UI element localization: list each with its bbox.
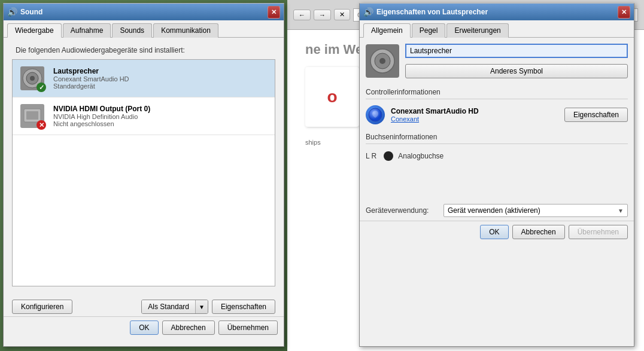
sound-cancel-btn[interactable]: Abbrechen [162,321,215,335]
props-footer: OK Abbrechen Übernehmen [360,221,634,243]
device-info-2: NVIDIA HDMI Output (Port 0) NVIDIA High … [53,105,150,127]
device-sub-2: NVIDIA High Definition Audio [53,113,150,120]
as-default-main[interactable]: Als Standard [142,300,195,313]
sound-ok-btn[interactable]: OK [130,321,158,335]
sound-footer: OK Abbrechen Übernehmen [4,316,284,338]
device-usage-label: Geräteverwendung: [366,206,438,215]
props-dialog: 🔊 Eigenschaften von Lautsprecher ✕ Allge… [359,3,634,347]
device-usage-value: Gerät verwenden (aktivieren) [448,206,618,215]
as-default-split[interactable]: Als Standard ▼ [141,300,208,314]
device-name-col: Anderes Symbol [405,44,628,78]
sound-action-row: Konfigurieren Als Standard ▼ Eigenschaft… [4,297,284,316]
browser-fwd-btn[interactable]: → [314,10,331,20]
jack-dot [384,151,393,161]
controller-info: Conexant SmartAudio HD Conexant [391,107,558,123]
device-usage-select[interactable]: Gerät verwenden (aktivieren) ▼ [443,204,628,217]
props-cancel-btn[interactable]: Abbrechen [512,225,565,239]
speaker-large-icon [366,44,399,78]
device-status-1: Standardgerät [53,83,129,90]
props-tab-bar: Allgemein Pegel Erweiterungen [360,20,634,38]
controller-section-header: Controllerinformationen [366,84,628,99]
device-icon-speaker: ✓ [19,65,46,92]
props-title-icon: 🔊 [363,7,373,17]
controller-row: Conexant SmartAudio HD Conexant Eigensch… [360,103,634,127]
sound-dialog-titlebar: 🔊 Sound ✕ [4,4,284,20]
device-list: ✓ Lautsprecher Conexant SmartAudio HD St… [12,59,275,286]
props-ok-btn[interactable]: OK [480,225,508,239]
props-dialog-title: Eigenschaften von Lautsprecher [376,8,616,16]
browser-stop-btn[interactable]: ✕ [334,9,350,20]
tab-aufnahme[interactable]: Aufnahme [63,23,111,38]
device-sub-1: Conexant SmartAudio HD [53,75,129,83]
sound-desc-text: Die folgenden Audiowiedergabegeräte sind… [16,46,272,54]
bg-tile-1: o [305,67,359,127]
props-close-btn[interactable]: ✕ [618,6,630,19]
controller-icon [366,105,385,124]
svg-point-7 [379,58,385,64]
jack-lr-label: L R [366,152,376,160]
controller-props-btn[interactable]: Eigenschaften [564,108,628,122]
tab-kommunikation[interactable]: Kommunikation [153,23,218,38]
device-usage-row: Geräteverwendung: Gerät verwenden (aktiv… [360,200,634,221]
browser-back-btn[interactable]: ← [293,10,311,20]
device-name-input[interactable] [405,44,628,58]
tab-wiedergabe[interactable]: Wiedergabe [7,23,62,38]
sound-title-icon: 🔊 [7,7,17,17]
other-symbol-btn[interactable]: Anderes Symbol [405,64,628,78]
tab-pegel[interactable]: Pegel [412,23,446,38]
sound-dialog: 🔊 Sound ✕ Wiedergabe Aufnahme Sounds Kom… [3,3,284,347]
device-name-row: Anderes Symbol [366,44,628,78]
tab-erweiterungen[interactable]: Erweiterungen [446,23,508,38]
as-default-arrow[interactable]: ▼ [195,300,208,313]
props-spacer [360,164,634,200]
jack-row: L R Analogbuchse [360,148,634,164]
sound-properties-btn[interactable]: Eigenschaften [212,300,275,314]
controller-svg [368,108,382,122]
jack-section-header: Buchseninformationen [366,129,628,144]
speaker-large-svg [368,47,397,75]
svg-point-2 [30,76,35,81]
sound-apply-btn[interactable]: Übernehmen [218,321,278,335]
sound-dialog-body: Die folgenden Audiowiedergabegeräte sind… [4,38,284,297]
status-badge-red: ✕ [37,120,46,130]
svg-rect-4 [26,111,38,120]
tab-sounds[interactable]: Sounds [112,23,152,38]
controller-name: Conexant SmartAudio HD [391,107,558,115]
device-item-lautsprecher[interactable]: ✓ Lautsprecher Conexant SmartAudio HD St… [13,60,275,97]
props-apply-btn[interactable]: Übernehmen [569,225,628,239]
status-badge-green: ✓ [37,83,46,92]
device-status-2: Nicht angeschlossen [53,120,150,127]
props-dialog-titlebar: 🔊 Eigenschaften von Lautsprecher ✕ [360,4,634,20]
jack-name: Analogbuchse [398,152,443,160]
configure-btn[interactable]: Konfigurieren [12,300,72,314]
device-name-2: NVIDIA HDMI Output (Port 0) [53,105,150,113]
sound-close-btn[interactable]: ✕ [268,6,280,19]
controller-link[interactable]: Conexant [391,115,558,123]
device-icon-nvidia: ✕ [19,102,46,130]
tab-allgemein[interactable]: Allgemein [363,23,411,38]
device-info-1: Lautsprecher Conexant SmartAudio HD Stan… [53,67,129,90]
sound-tab-bar: Wiedergabe Aufnahme Sounds Kommunikation [4,20,284,38]
device-item-nvidia[interactable]: ✕ NVIDIA HDMI Output (Port 0) NVIDIA Hig… [13,97,275,135]
device-usage-arrow: ▼ [618,207,624,214]
device-name-1: Lautsprecher [53,67,129,75]
sound-dialog-title: Sound [20,8,266,16]
